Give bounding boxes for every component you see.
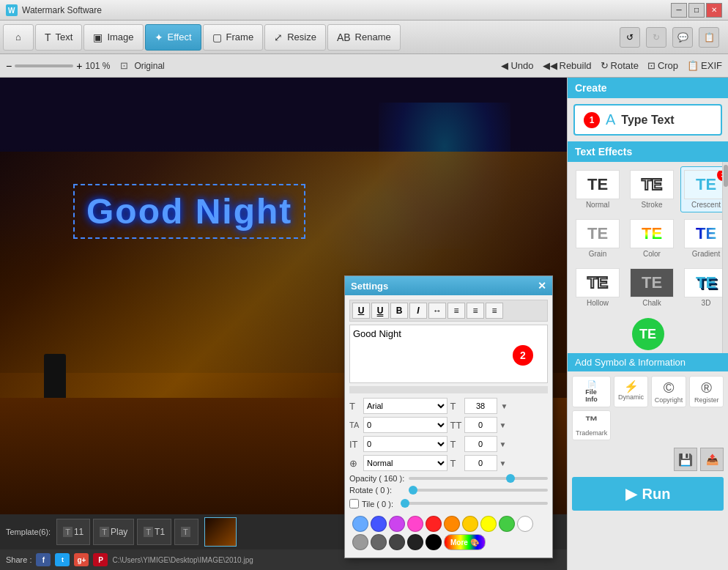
- expand-button[interactable]: ↔: [428, 303, 446, 319]
- minimize-button[interactable]: ─: [671, 3, 687, 18]
- maximize-button[interactable]: □: [688, 3, 705, 18]
- color-swatch-12[interactable]: [371, 534, 387, 550]
- dynamic-button[interactable]: ⚡ Dynamic: [614, 376, 648, 407]
- te-3d[interactable]: TE 3D: [680, 264, 728, 311]
- color-swatch-10[interactable]: [517, 516, 533, 532]
- align-right-button[interactable]: ≡: [486, 303, 503, 319]
- effect-button[interactable]: ✦ Effect: [145, 24, 201, 51]
- watermark-text-box[interactable]: Good Night: [73, 184, 305, 239]
- te-green-badge[interactable]: TE: [632, 318, 664, 350]
- rename-button[interactable]: AB Rename: [327, 24, 401, 51]
- undo-button[interactable]: ◀ Undo: [501, 60, 533, 71]
- zoom-slider[interactable]: [15, 64, 73, 67]
- rotate-button[interactable]: ↻ Rotate: [601, 60, 639, 71]
- color-swatch-14[interactable]: [407, 534, 423, 550]
- type-text-button[interactable]: 1 A Type Text: [573, 104, 722, 136]
- color-swatch-13[interactable]: [389, 534, 405, 550]
- run-button[interactable]: ▶ Run: [572, 477, 724, 511]
- more-colors-button[interactable]: More 🎨: [444, 534, 486, 550]
- offset-y-input[interactable]: [464, 436, 497, 452]
- crop-button[interactable]: ⊡ Crop: [647, 60, 678, 71]
- original-button[interactable]: Original: [134, 61, 164, 71]
- home-button[interactable]: ⌂: [3, 24, 34, 51]
- effects-scrollbar-thumb[interactable]: [724, 165, 728, 187]
- bold-button[interactable]: B: [390, 303, 408, 319]
- zoom-out-icon[interactable]: −: [6, 60, 12, 72]
- color-swatch-11[interactable]: [352, 534, 368, 550]
- opacity-thumb[interactable]: [506, 474, 515, 483]
- rebuild-button[interactable]: ◀◀ Rebuild: [543, 60, 592, 71]
- color-swatch-4[interactable]: [407, 516, 423, 532]
- te-stroke[interactable]: TE Stroke: [626, 166, 677, 212]
- dialog-close-button[interactable]: ✕: [538, 280, 546, 292]
- blend-opacity-input[interactable]: [464, 455, 497, 471]
- align-left-button[interactable]: ≡: [447, 303, 465, 319]
- color-swatch-15[interactable]: [426, 534, 442, 550]
- template-item-2[interactable]: T Play: [93, 519, 134, 545]
- file-info-button[interactable]: 📄 FileInfo: [572, 376, 611, 407]
- font-size-input[interactable]: [464, 398, 497, 414]
- export-button[interactable]: 📤: [700, 448, 724, 471]
- color-swatch-2[interactable]: [371, 516, 387, 532]
- text-scrollbar-h[interactable]: [349, 386, 548, 393]
- underline2-button[interactable]: U: [371, 303, 389, 319]
- save-button[interactable]: 💾: [674, 448, 697, 471]
- color-swatch-9[interactable]: [499, 516, 515, 532]
- te-normal[interactable]: TE Normal: [572, 166, 623, 212]
- twitter-button[interactable]: t: [55, 553, 70, 566]
- te-gradient[interactable]: TE Gradient: [680, 215, 728, 262]
- tracking-select[interactable]: 0: [363, 417, 447, 433]
- close-button[interactable]: ✕: [706, 3, 722, 18]
- image-button[interactable]: ▣ Image: [83, 24, 143, 51]
- color-swatch-5[interactable]: [426, 516, 442, 532]
- undo-icon-btn[interactable]: ↺: [620, 27, 640, 48]
- trademark-button[interactable]: ™ Trademark: [572, 410, 611, 440]
- color-swatch-8[interactable]: [480, 516, 497, 532]
- exif-button[interactable]: 📋 EXIF: [687, 60, 722, 71]
- template-item-3[interactable]: T T1: [137, 519, 171, 545]
- blend-mode-select[interactable]: Normal: [363, 455, 447, 471]
- tile-slider[interactable]: [401, 502, 548, 505]
- frame-button[interactable]: ▢ Frame: [203, 24, 264, 51]
- te-color[interactable]: TE Color: [626, 215, 677, 262]
- text-icon: T: [45, 32, 51, 43]
- font-family-select[interactable]: Arial: [363, 398, 447, 414]
- color-swatch-6[interactable]: [444, 516, 460, 532]
- te-hollow[interactable]: TE Hollow: [572, 264, 623, 311]
- te-chalk[interactable]: TE Chalk: [626, 264, 677, 311]
- chat-icon-btn[interactable]: 💬: [672, 27, 693, 48]
- opacity-slider[interactable]: [409, 477, 548, 480]
- color-swatch-3[interactable]: [389, 516, 405, 532]
- tile-thumb[interactable]: [401, 499, 409, 508]
- facebook-button[interactable]: f: [36, 553, 51, 566]
- size-icon: ⊡: [120, 60, 128, 71]
- underline-button[interactable]: U: [352, 303, 370, 319]
- align-center-button[interactable]: ≡: [467, 303, 484, 319]
- redo-icon-btn[interactable]: ↻: [646, 27, 666, 48]
- pinterest-button[interactable]: P: [93, 553, 108, 566]
- thumbnail-preview[interactable]: [204, 517, 237, 547]
- te-crescent[interactable]: TE 3 Crescent: [680, 166, 728, 212]
- template-item-4[interactable]: T: [174, 519, 198, 545]
- italic-button[interactable]: I: [409, 303, 427, 319]
- resize-button[interactable]: ⤢ Resize: [264, 24, 326, 51]
- effects-scrollbar[interactable]: [722, 162, 728, 353]
- copyright-button[interactable]: © Copyright: [651, 376, 687, 407]
- line-spacing-input[interactable]: [464, 417, 497, 433]
- template-item-1[interactable]: T 11: [56, 519, 90, 545]
- text-label: Text: [56, 32, 73, 42]
- tile-checkbox[interactable]: [349, 499, 359, 508]
- rotate-slider[interactable]: [409, 489, 548, 492]
- googleplus-button[interactable]: g+: [74, 553, 89, 566]
- settings-icon-btn[interactable]: 📋: [699, 27, 719, 48]
- color-swatch-7[interactable]: [462, 516, 478, 532]
- color-swatch-1[interactable]: [352, 516, 368, 532]
- image-icon: ▣: [93, 32, 103, 43]
- offset-x-select[interactable]: 0: [363, 436, 447, 452]
- text-button[interactable]: T Text: [35, 24, 82, 51]
- zoom-in-icon[interactable]: +: [76, 60, 82, 72]
- rotate-thumb[interactable]: [409, 486, 417, 495]
- te-grain[interactable]: TE Grain: [572, 215, 623, 262]
- te-3d-preview: TE: [684, 268, 728, 297]
- register-button[interactable]: ® Register: [689, 376, 724, 407]
